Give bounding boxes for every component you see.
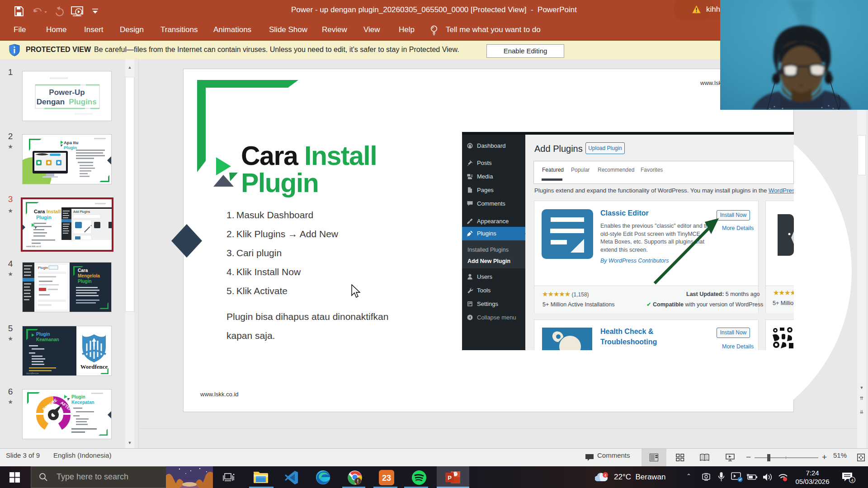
- svg-text:Apa Itu: Apa Itu: [64, 140, 78, 145]
- svg-text:23: 23: [382, 474, 391, 483]
- svg-text:4: 4: [851, 478, 853, 483]
- svg-text:Plugin: Plugin: [78, 279, 92, 284]
- svg-text:Plugin: Plugin: [36, 332, 50, 337]
- svg-text:Add Plugins: Add Plugins: [73, 210, 90, 214]
- svg-text:4: 4: [604, 473, 606, 478]
- svg-text:Plugin: Plugin: [71, 394, 85, 399]
- svg-text:Plugins: Plugins: [69, 98, 96, 106]
- svg-text:Kecepatan: Kecepatan: [71, 400, 94, 405]
- svg-text:Mengelola: Mengelola: [78, 273, 100, 278]
- svg-text:wordfence: wordfence: [26, 372, 39, 375]
- svg-text:www.lskk.co.id: www.lskk.co.id: [26, 245, 41, 248]
- svg-text:Wordfence: Wordfence: [80, 363, 108, 370]
- svg-text:Cara Install: Cara Install: [34, 209, 61, 214]
- svg-text:Plugin: Plugin: [36, 215, 52, 220]
- svg-text:P: P: [448, 474, 452, 481]
- svg-text:Plugin: Plugin: [38, 266, 48, 270]
- svg-text:Dengan: Dengan: [37, 98, 65, 106]
- svg-text:Cara: Cara: [78, 268, 88, 273]
- svg-text:Power-Up: Power-Up: [49, 88, 85, 97]
- svg-text:Keamanan: Keamanan: [36, 337, 59, 342]
- svg-text:Plugin: Plugin: [64, 145, 77, 150]
